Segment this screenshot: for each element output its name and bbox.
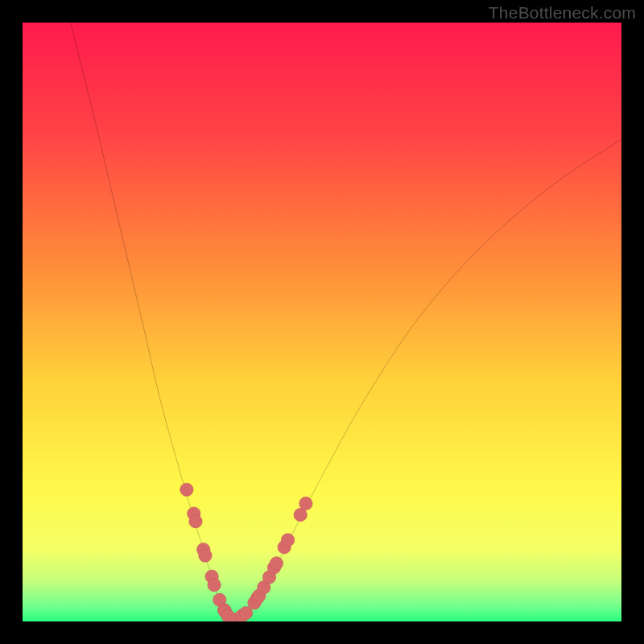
data-point xyxy=(270,557,283,570)
curve-left-branch xyxy=(71,23,233,621)
data-point xyxy=(199,549,212,562)
data-point-markers xyxy=(180,483,312,621)
data-point xyxy=(189,515,202,528)
data-point xyxy=(281,534,294,547)
attribution-label: TheBottleneck.com xyxy=(489,3,636,23)
data-point xyxy=(208,578,221,591)
data-point xyxy=(299,497,312,510)
chart-frame: TheBottleneck.com xyxy=(0,0,644,644)
data-point xyxy=(180,483,193,496)
plot-area xyxy=(23,23,621,621)
bottleneck-curve xyxy=(23,23,621,621)
